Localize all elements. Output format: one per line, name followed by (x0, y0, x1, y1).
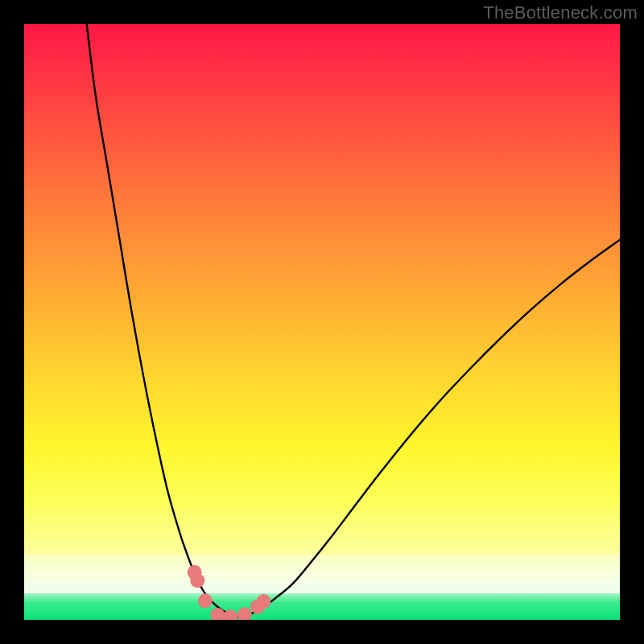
chart-frame: TheBottleneck.com (0, 0, 644, 644)
marker-group (188, 565, 271, 620)
marker-point (198, 593, 213, 608)
plot-area (24, 24, 620, 620)
curve-layer (24, 24, 620, 620)
watermark-text: TheBottleneck.com (483, 2, 638, 23)
marker-point (190, 573, 204, 588)
marker-point (237, 607, 252, 620)
left-curve (87, 24, 239, 617)
right-curve (238, 240, 620, 617)
marker-point (256, 594, 270, 609)
